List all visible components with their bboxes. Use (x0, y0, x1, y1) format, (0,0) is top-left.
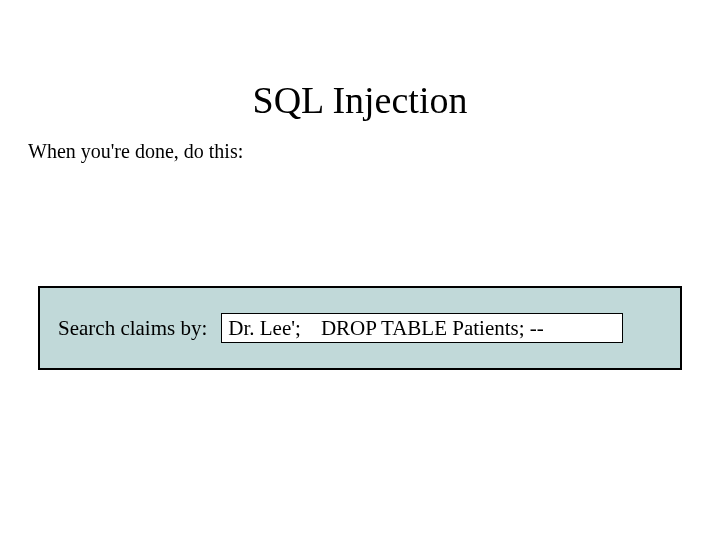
search-label: Search claims by: (58, 316, 207, 341)
slide-container: SQL Injection When you're done, do this:… (0, 78, 720, 540)
search-form-box: Search claims by: Dr. Lee'; DROP TABLE P… (38, 286, 682, 370)
input-segment-2: DROP TABLE Patients; -- (321, 316, 544, 341)
input-segment-1: Dr. Lee'; (228, 316, 301, 341)
search-input-display: Dr. Lee'; DROP TABLE Patients; -- (221, 313, 623, 343)
slide-title: SQL Injection (0, 78, 720, 122)
slide-subtitle: When you're done, do this: (28, 140, 720, 163)
